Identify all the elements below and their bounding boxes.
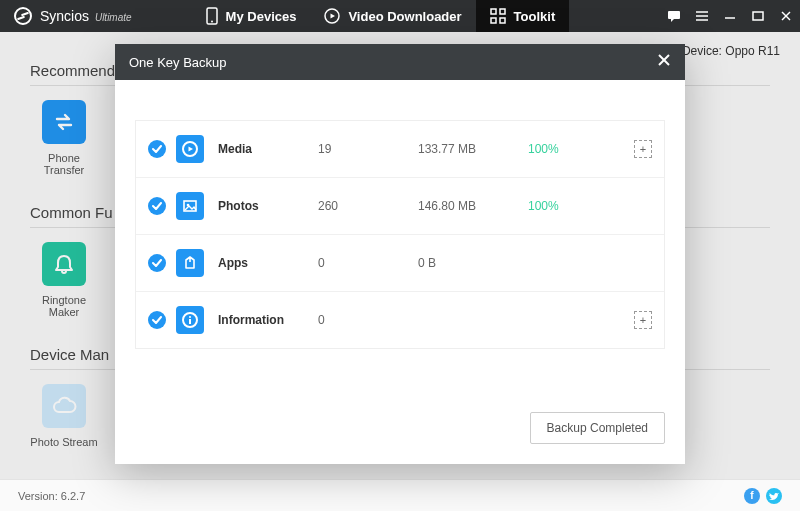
nav-video-downloader[interactable]: Video Downloader (310, 0, 475, 32)
phone-icon (206, 7, 218, 25)
backup-list: Media19133.77 MB100%+Photos260146.80 MB1… (135, 120, 665, 349)
maximize-button[interactable] (744, 0, 772, 32)
check-icon[interactable] (148, 197, 166, 215)
expand-button[interactable]: + (634, 140, 652, 158)
twitter-icon[interactable] (766, 488, 782, 504)
svg-rect-3 (491, 9, 496, 14)
check-icon[interactable] (148, 311, 166, 329)
svg-rect-6 (500, 18, 505, 23)
facebook-icon[interactable]: f (744, 488, 760, 504)
check-icon[interactable] (148, 140, 166, 158)
window-controls (660, 0, 800, 32)
svg-rect-7 (668, 11, 680, 19)
row-count: 19 (318, 142, 418, 156)
info-icon (176, 306, 204, 334)
photo-icon (176, 192, 204, 220)
nav-label: Toolkit (514, 9, 556, 24)
version-text: Version: 6.2.7 (18, 490, 85, 502)
svg-point-1 (211, 21, 213, 23)
row-size: 133.77 MB (418, 142, 528, 156)
menu-icon[interactable] (688, 0, 716, 32)
nav-label: My Devices (226, 9, 297, 24)
svg-rect-4 (500, 9, 505, 14)
logo-icon (14, 7, 32, 25)
row-progress: 100% (528, 199, 588, 213)
modal-header: One Key Backup (115, 44, 685, 80)
nav-toolkit[interactable]: Toolkit (476, 0, 570, 32)
minimize-button[interactable] (716, 0, 744, 32)
modal-overlay: One Key Backup Media19133.77 MB100%+Phot… (0, 32, 800, 479)
backup-row-media[interactable]: Media19133.77 MB100%+ (136, 121, 664, 178)
grid-icon (490, 8, 506, 24)
row-count: 0 (318, 256, 418, 270)
play-icon (176, 135, 204, 163)
chat-icon[interactable] (660, 0, 688, 32)
svg-point-22 (189, 316, 191, 318)
backup-modal: One Key Backup Media19133.77 MB100%+Phot… (115, 44, 685, 464)
check-icon[interactable] (148, 254, 166, 272)
play-circle-icon (324, 8, 340, 24)
row-count: 260 (318, 199, 418, 213)
backup-row-information[interactable]: Information0+ (136, 292, 664, 348)
expand-button[interactable]: + (634, 311, 652, 329)
backup-row-photos[interactable]: Photos260146.80 MB100% (136, 178, 664, 235)
backup-row-apps[interactable]: Apps00 B (136, 235, 664, 292)
logo: Syncios Ultimate (0, 0, 132, 32)
row-count: 0 (318, 313, 418, 327)
footer: Version: 6.2.7 f (0, 479, 800, 511)
modal-close-button[interactable] (657, 53, 671, 71)
svg-rect-12 (753, 12, 763, 20)
nav-my-devices[interactable]: My Devices (192, 0, 311, 32)
row-label: Photos (218, 199, 318, 213)
row-size: 0 B (418, 256, 528, 270)
row-progress: 100% (528, 142, 588, 156)
row-size: 146.80 MB (418, 199, 528, 213)
backup-completed-button[interactable]: Backup Completed (530, 412, 665, 444)
titlebar: Syncios Ultimate My Devices Video Downlo… (0, 0, 800, 32)
row-label: Information (218, 313, 318, 327)
row-label: Media (218, 142, 318, 156)
apps-icon (176, 249, 204, 277)
modal-title: One Key Backup (129, 55, 227, 70)
close-button[interactable] (772, 0, 800, 32)
brand-variant: Ultimate (95, 12, 132, 23)
nav-label: Video Downloader (348, 9, 461, 24)
row-label: Apps (218, 256, 318, 270)
brand-name: Syncios (40, 8, 89, 24)
main-nav: My Devices Video Downloader Toolkit (192, 0, 570, 32)
svg-rect-5 (491, 18, 496, 23)
